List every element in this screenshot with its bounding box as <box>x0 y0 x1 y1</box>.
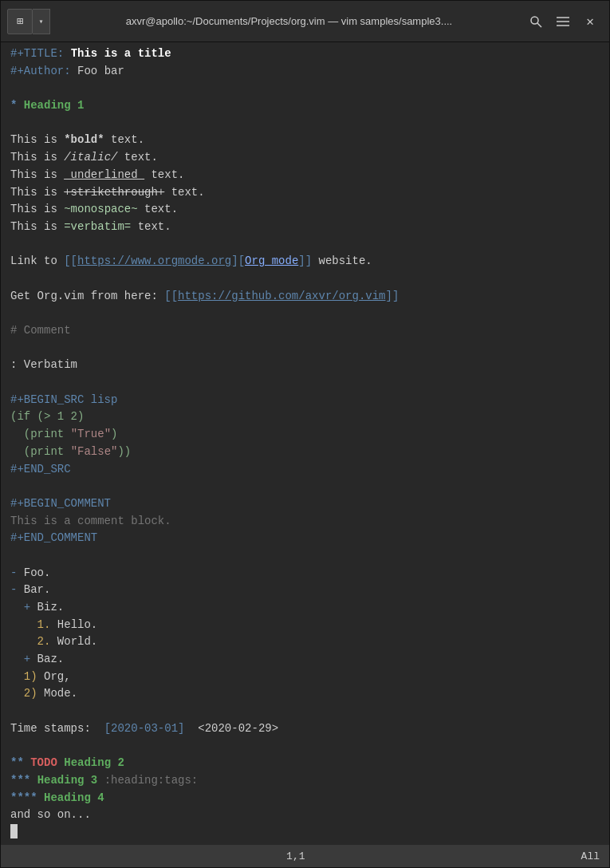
todo-keyword: TODO <box>30 756 57 769</box>
line-17: # Comment <box>7 322 609 340</box>
line-39 <box>7 703 609 720</box>
line-15: Get Org.vim from here: [[https://github.… <box>7 288 609 306</box>
title-keyword: #+TITLE: <box>10 47 64 60</box>
line-25: #+END_SRC <box>7 461 609 479</box>
author-keyword: #+Author: <box>10 65 71 77</box>
line-21: #+BEGIN_SRC lisp <box>7 392 609 409</box>
line-19: : Verbatim <box>7 357 609 374</box>
line-9: This is +strikethrough+ text. <box>7 184 609 202</box>
line-30 <box>7 547 609 565</box>
line-23: (print "True") <box>7 426 609 444</box>
cursor-position: 1,1 <box>286 850 305 862</box>
line-14 <box>7 270 609 288</box>
line-5 <box>7 115 609 132</box>
line-32: - Bar. <box>7 582 609 599</box>
line-26 <box>7 478 609 495</box>
line-20 <box>7 374 609 392</box>
line-28: This is a comment block. <box>7 513 609 531</box>
line-43: *** Heading 3 :heading:tags: <box>7 772 609 790</box>
line-6: This is *bold* text. <box>7 132 609 149</box>
line-44: **** Heading 4 <box>7 790 609 807</box>
new-tab-button[interactable]: ⊞ <box>7 9 33 34</box>
window: ⊞ ▾ axvr@apollo:~/Documents/Projects/org… <box>0 0 610 868</box>
line-8: This is _underlined_ text. <box>7 167 609 184</box>
line-35: 2. World. <box>7 633 609 651</box>
svg-line-1 <box>537 23 541 27</box>
line-11: This is =verbatim= text. <box>7 219 609 236</box>
line-34: 1. Hello. <box>7 617 609 634</box>
line-12 <box>7 236 609 254</box>
line-3 <box>7 80 609 97</box>
search-button[interactable] <box>523 9 549 34</box>
line-37: 1) Org, <box>7 669 609 686</box>
editor-area[interactable]: #+TITLE: This is a title #+Author: Foo b… <box>1 42 609 845</box>
line-38: 2) Mode. <box>7 685 609 703</box>
line-24: (print "False")) <box>7 444 609 461</box>
line-7: This is /italic/ text. <box>7 149 609 167</box>
menu-button[interactable] <box>550 9 576 34</box>
title-value: This is a title <box>71 47 171 60</box>
line-27: #+BEGIN_COMMENT <box>7 495 609 513</box>
scroll-position: All <box>581 850 600 862</box>
svg-point-0 <box>531 17 538 24</box>
search-icon <box>529 15 542 28</box>
line-29: #+END_COMMENT <box>7 530 609 547</box>
line-36: + Baz. <box>7 651 609 669</box>
heading-2: Heading 2 <box>64 756 124 769</box>
line-18 <box>7 340 609 357</box>
line-46 <box>7 824 609 842</box>
line-10: This is ~monospace~ text. <box>7 201 609 219</box>
tab-dropdown-button[interactable]: ▾ <box>33 9 50 34</box>
heading-3: Heading 3 <box>37 774 98 787</box>
line-1: #+TITLE: This is a title <box>7 45 609 63</box>
line-41 <box>7 738 609 756</box>
heading-4: Heading 4 <box>44 791 104 804</box>
heading-1: Heading 1 <box>24 99 85 112</box>
titlebar: ⊞ ▾ axvr@apollo:~/Documents/Projects/org… <box>1 1 609 42</box>
line-33: + Biz. <box>7 599 609 617</box>
statusbar: 1,1 All <box>1 845 609 867</box>
line-40: Time stamps: [2020-03-01] <2020-02-29> <box>7 720 609 738</box>
line-31: - Foo. <box>7 565 609 582</box>
line-45: and so on... <box>7 807 609 824</box>
menu-icon <box>557 16 569 27</box>
line-13: Link to [[https://www.orgmode.org][Org m… <box>7 253 609 270</box>
line-16 <box>7 305 609 322</box>
line-42: ** TODO Heading 2 <box>7 755 609 772</box>
cursor <box>10 824 18 838</box>
line-4: * Heading 1 <box>7 97 609 115</box>
line-2: #+Author: Foo bar <box>7 63 609 81</box>
close-button[interactable]: ✕ <box>577 9 603 34</box>
window-title: axvr@apollo:~/Documents/Projects/org.vim… <box>57 15 521 27</box>
line-22: (if (> 1 2) <box>7 408 609 426</box>
